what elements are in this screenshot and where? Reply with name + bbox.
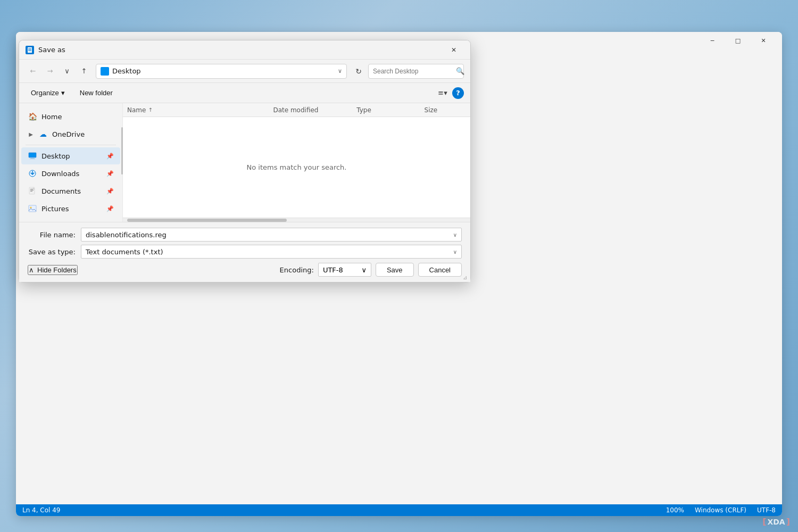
- svg-rect-4: [29, 153, 36, 157]
- address-folder-icon: [101, 67, 109, 76]
- help-button[interactable]: ?: [452, 87, 464, 99]
- navigation-toolbar: ← → ∨ ↑ Desktop ∨ ↻ 🔍: [19, 60, 470, 83]
- address-bar[interactable]: Desktop ∨: [96, 64, 347, 79]
- organize-arrow-icon: ▾: [61, 89, 65, 97]
- dialog-close-button[interactable]: ✕: [442, 41, 466, 59]
- sidebar-item-documents[interactable]: Documents 📌: [21, 182, 120, 200]
- filename-row: File name: disablenotifications.reg ∨: [28, 228, 462, 242]
- footer-actions: ∧ Hide Folders Encoding: UTF-8 ∨ Save Ca…: [28, 263, 462, 277]
- editor-position: Ln 4, Col 49: [22, 506, 61, 514]
- horizontal-scrollbar[interactable]: [123, 218, 470, 222]
- hide-folders-button[interactable]: ∧ Hide Folders: [28, 265, 78, 275]
- dialog-body: 🏠 Home ▶ ☁ OneDrive Desktop 📌: [19, 103, 470, 222]
- sidebar: 🏠 Home ▶ ☁ OneDrive Desktop 📌: [19, 103, 123, 222]
- save-as-dialog: Save as ✕ ← → ∨ ↑ Desktop ∨ ↻ 🔍 Organize…: [19, 40, 471, 282]
- savetype-value: Text documents (*.txt): [86, 248, 163, 256]
- sidebar-item-onedrive[interactable]: ▶ ☁ OneDrive: [21, 126, 120, 143]
- filename-input[interactable]: disablenotifications.reg ∨: [81, 228, 462, 242]
- filename-value: disablenotifications.reg: [86, 231, 167, 239]
- file-list-header: Name ↑ Date modified Type Size: [123, 103, 470, 117]
- encoding-label: Encoding:: [280, 266, 314, 274]
- sidebar-downloads-label: Downloads: [41, 170, 79, 178]
- cancel-button[interactable]: Cancel: [418, 263, 462, 277]
- sort-arrow-icon: ↑: [148, 107, 152, 113]
- organize-button[interactable]: Organize ▾: [26, 86, 70, 100]
- dialog-title-text: Save as: [38, 46, 65, 54]
- sidebar-separator: [26, 145, 116, 145]
- editor-statusbar: Ln 4, Col 49 100% Windows (CRLF) UTF-8: [16, 504, 782, 516]
- sidebar-desktop-label: Desktop: [41, 152, 70, 160]
- column-type[interactable]: Type: [356, 106, 424, 114]
- address-text: Desktop: [112, 67, 335, 75]
- action-right-area: ≡ ▾ ?: [435, 86, 464, 101]
- savetype-dropdown-icon: ∨: [453, 249, 457, 255]
- editor-window-controls: ─ □ ✕: [700, 32, 776, 49]
- downloads-icon: [28, 169, 37, 178]
- dialog-footer: File name: disablenotifications.reg ∨ Sa…: [19, 222, 470, 282]
- home-icon: 🏠: [28, 112, 37, 121]
- file-list: Name ↑ Date modified Type Size No items …: [123, 103, 470, 222]
- xda-watermark: [ XDA ]: [762, 517, 790, 527]
- action-toolbar: Organize ▾ New folder ≡ ▾ ?: [19, 83, 470, 103]
- svg-rect-1: [28, 48, 31, 49]
- editor-line-ending: Windows (CRLF): [695, 506, 746, 514]
- up-button[interactable]: ↑: [77, 64, 92, 79]
- action-left-area: Organize ▾ New folder: [26, 86, 118, 100]
- svg-point-14: [30, 207, 32, 209]
- pictures-pin-icon: 📌: [106, 205, 114, 212]
- search-icon: 🔍: [456, 67, 464, 75]
- refresh-button[interactable]: ↻: [351, 64, 366, 79]
- editor-encoding-status: UTF-8: [757, 506, 776, 514]
- forward-button[interactable]: →: [43, 64, 57, 79]
- save-button[interactable]: Save: [376, 263, 414, 277]
- editor-statusbar-right: 100% Windows (CRLF) UTF-8: [666, 506, 776, 514]
- editor-zoom: 100%: [666, 506, 684, 514]
- dialog-title-area: Save as: [26, 46, 65, 54]
- sidebar-item-home[interactable]: 🏠 Home: [21, 108, 120, 125]
- sidebar-item-downloads[interactable]: Downloads 📌: [21, 165, 120, 182]
- resize-handle[interactable]: ⊿: [463, 275, 469, 281]
- column-date[interactable]: Date modified: [273, 106, 356, 114]
- onedrive-icon: ☁: [38, 129, 48, 139]
- editor-close-button[interactable]: ✕: [751, 32, 776, 49]
- svg-rect-13: [29, 205, 36, 212]
- sidebar-scrollbar[interactable]: [121, 127, 123, 174]
- column-size[interactable]: Size: [425, 106, 466, 114]
- view-button[interactable]: ≡ ▾: [435, 86, 450, 101]
- documents-icon: [28, 186, 37, 196]
- xda-bracket-left: [: [762, 517, 766, 527]
- savetype-input[interactable]: Text documents (*.txt) ∨: [81, 245, 462, 259]
- dialog-titlebar: Save as ✕: [19, 40, 470, 60]
- svg-rect-11: [30, 190, 34, 190]
- file-list-empty-message: No items match your search.: [123, 117, 470, 218]
- back-button[interactable]: ←: [26, 64, 40, 79]
- svg-rect-3: [28, 51, 31, 51]
- downloads-pin-icon: 📌: [106, 170, 114, 177]
- search-input[interactable]: [373, 68, 453, 75]
- new-folder-button[interactable]: New folder: [74, 86, 118, 100]
- footer-right-area: Encoding: UTF-8 ∨ Save Cancel: [280, 263, 462, 277]
- minimize-button[interactable]: ─: [700, 32, 725, 49]
- scrollbar-thumb[interactable]: [127, 219, 287, 222]
- sidebar-item-desktop[interactable]: Desktop 📌: [21, 147, 120, 164]
- savetype-row: Save as type: Text documents (*.txt) ∨: [28, 245, 462, 259]
- dropdown-button[interactable]: ∨: [60, 64, 74, 79]
- encoding-dropdown-icon: ∨: [361, 266, 367, 274]
- organize-label: Organize: [31, 89, 59, 97]
- sidebar-wrapper: 🏠 Home ▶ ☁ OneDrive Desktop 📌: [19, 103, 123, 222]
- encoding-select[interactable]: UTF-8 ∨: [318, 263, 371, 277]
- svg-rect-7: [30, 159, 35, 159]
- column-name[interactable]: Name ↑: [127, 106, 273, 114]
- sidebar-home-label: Home: [41, 113, 62, 121]
- search-bar[interactable]: 🔍: [368, 64, 464, 79]
- xda-bracket-right: ]: [786, 517, 790, 527]
- sidebar-item-pictures[interactable]: Pictures 📌: [21, 200, 120, 217]
- maximize-button[interactable]: □: [726, 32, 750, 49]
- view-dropdown-icon: ▾: [444, 89, 447, 97]
- filename-dropdown-icon: ∨: [453, 232, 457, 238]
- onedrive-expand-icon: ▶: [28, 131, 34, 137]
- sidebar-pictures-label: Pictures: [41, 205, 69, 213]
- desktop-icon: [28, 151, 37, 161]
- documents-pin-icon: 📌: [106, 188, 114, 195]
- hide-folders-arrow-icon: ∧: [29, 266, 34, 274]
